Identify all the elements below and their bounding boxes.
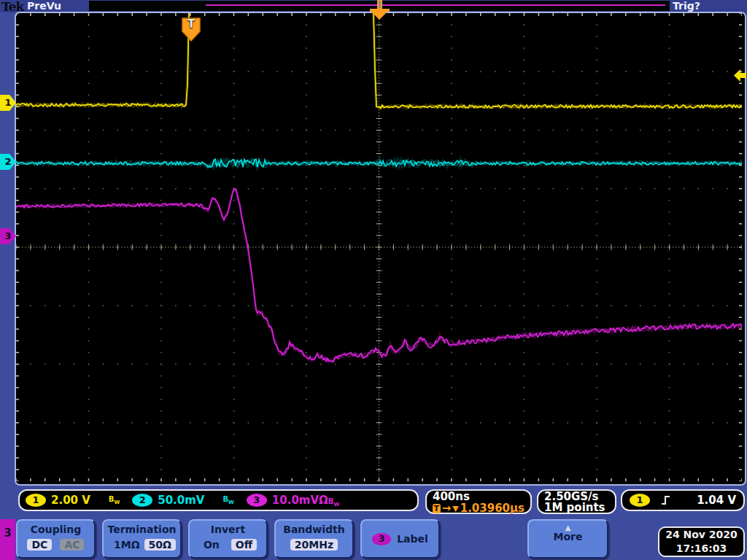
ch3-bandwidth-limit-icon: BW [328,497,339,505]
coupling-title: Coupling [18,524,94,535]
ch2-scale: 50.0mV [158,494,204,507]
coupling-button[interactable]: Coupling DC AC [16,519,96,559]
ch2-badge[interactable]: 2 [132,494,152,507]
ch3-scale: 10.0mVΩBW [272,494,339,508]
ch2-bandwidth-limit-icon: BW [222,495,233,505]
trigger-level: 1.04 V [697,494,736,507]
label-button[interactable]: 3 Label [360,519,440,559]
termination-button[interactable]: Termination 1MΩ 50Ω [102,519,182,559]
ch1-trace [16,13,742,109]
invert-on-option[interactable]: On [199,539,224,551]
trigger-source-badge: 1 [630,494,650,507]
channel-3-menu-tab[interactable]: 3 [0,519,15,560]
record-view-waveform-line [206,4,665,6]
termination-1m-option[interactable]: 1MΩ [109,539,144,551]
invert-off-option[interactable]: Off [231,539,257,551]
invert-title: Invert [190,524,266,535]
bandwidth-value[interactable]: 20MHz [290,539,338,551]
acquisition-status: PreVu [27,0,61,12]
ch1-bandwidth-limit-icon: BW [109,495,120,505]
label-title: Label [397,533,428,545]
more-button[interactable]: ▲ More [527,519,608,559]
record-length: 1M points [544,502,609,513]
invert-button[interactable]: Invert On Off [188,519,268,559]
trigger-status: Trig? [673,0,700,12]
channel-3-ground-marker[interactable]: 3 [0,228,16,244]
ch1-scale: 2.00 V [51,494,90,507]
trigger-point-label: T [181,18,201,31]
more-title: More [529,531,607,542]
channel-1-ground-marker[interactable]: 1 [0,95,16,111]
date-value: 24 Nov 2020 [659,528,743,542]
label-channel-badge: 3 [372,533,391,545]
oscilloscope-screen: Tek PreVu Trig? T 1 2 3 1 2.00 V BW 2 50… [0,0,747,560]
timebase-readout-box: 400ns T→▼1.03960µs [425,489,532,514]
channel-readout-box: 1 2.00 V BW 2 50.0mV BW 3 10.0mVΩBW [18,489,419,511]
bandwidth-button[interactable]: Bandwidth 20MHz [274,519,354,559]
timebase-scale: 400ns [433,491,525,502]
waveform-display [16,13,742,481]
trigger-position-marker[interactable] [370,0,390,20]
trigger-position-arrow-icon [371,12,387,20]
trigger-readout-box: 1 1.04 V [621,489,745,511]
channel-2-ground-marker[interactable]: 2 [0,154,16,170]
ch3-badge[interactable]: 3 [247,494,267,507]
datetime-display: 24 Nov 2020 17:16:03 [658,526,745,557]
termination-50ohm-option[interactable]: 50Ω [144,539,176,551]
trigger-delay-readout: T→▼1.03960µs [433,503,525,514]
trigger-point-indicator[interactable]: T [181,17,201,42]
ch1-badge[interactable]: 1 [26,494,46,507]
ch2-trace [16,159,742,168]
coupling-dc-option[interactable]: DC [27,539,52,551]
trigger-position-slot [379,1,381,8]
coupling-ac-option[interactable]: AC [60,539,84,551]
bandwidth-title: Bandwidth [276,524,352,535]
more-up-arrow-icon: ▲ [529,525,607,531]
acquisition-readout-box: 2.50GS/s 1M points [537,489,616,514]
trigger-symbol-icon: T [433,504,441,513]
graticule [15,12,746,486]
termination-title: Termination [104,524,180,535]
rising-edge-slope-icon [660,494,671,506]
time-value: 17:16:03 [659,542,743,556]
